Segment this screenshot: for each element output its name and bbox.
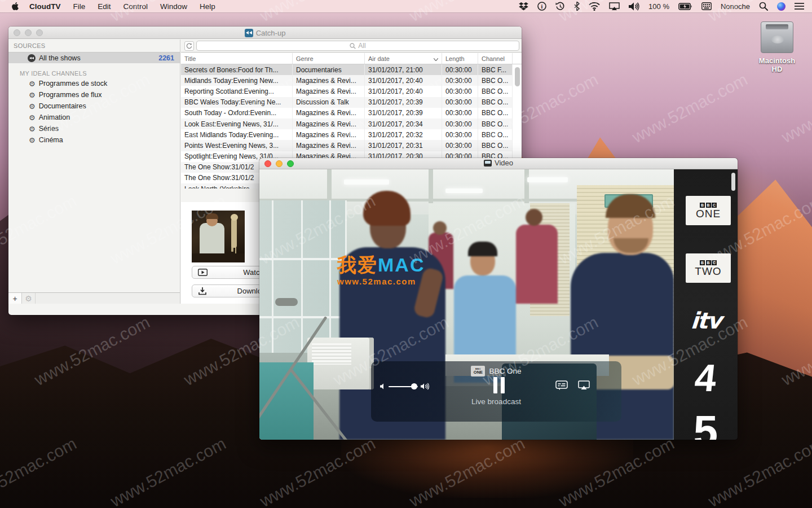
table-cell: Magazines & Revi... [293,129,365,140]
channel-sidebar: BBC ONE BBC TWO itv 4 5 [674,169,738,440]
search-placeholder: All [358,42,365,50]
table-cell: East Midlands Today:Evening... [181,129,293,140]
sidebar-footer: + ⚙ [8,292,180,304]
pause-button[interactable] [493,377,505,393]
sidebar-item-channel[interactable]: ⚙Séries [8,123,180,134]
sort-chevron-icon [434,55,438,62]
column-title[interactable]: Title [181,53,293,64]
menu-window[interactable]: Window [160,2,187,11]
menu-bar: CloudTV File Edit Control Window Help i … [0,0,812,12]
table-cell: Secrets of Bones:Food for Th... [181,64,293,75]
refresh-button[interactable] [184,41,194,51]
menu-help[interactable]: Help [200,2,215,11]
table-cell: 00:30:00 [442,97,478,108]
subtitles-button[interactable] [555,380,568,392]
gear-icon: ⚙ [29,137,36,144]
printer [307,338,374,389]
source-settings-button[interactable]: ⚙ [22,293,36,304]
sidebar-item-channel[interactable]: ⚙Documentaires [8,100,180,112]
macintosh-hd-desktop-icon[interactable]: Macintosh HD [753,21,801,73]
column-channel[interactable]: Channel [478,53,513,64]
table-cell: 31/01/2017, 20:31 [365,140,442,151]
table-cell: BBC O... [478,108,513,119]
table-cell: Magazines & Revi... [293,75,365,86]
volume-icon[interactable] [629,2,639,11]
catchup-titlebar[interactable]: Catch-up [8,27,522,39]
video-window: Video [259,158,738,440]
sidebar-item-channel[interactable]: ⚙Animation [8,112,180,123]
time-machine-icon[interactable] [555,2,565,11]
table-scrollbar[interactable] [515,67,520,86]
table-row[interactable]: Points West:Evening News, 3...Magazines … [181,140,513,151]
dropbox-icon[interactable] [519,2,528,11]
airplay-icon[interactable] [609,2,620,11]
table-row[interactable]: BBC Wales Today:Evening Ne...Discussion … [181,97,513,108]
info-icon[interactable]: i [537,2,546,11]
gear-icon: ⚙ [29,114,36,121]
menu-app-name[interactable]: CloudTV [29,2,61,11]
table-row[interactable]: East Midlands Today:Evening...Magazines … [181,129,513,140]
sidebar-item-channel[interactable]: ⚙Programmes de flux [8,89,180,100]
keyboard-icon[interactable] [701,2,712,10]
menu-edit[interactable]: Edit [98,2,111,11]
column-air-date[interactable]: Air date [365,53,442,64]
menu-control[interactable]: Control [123,2,148,11]
column-genre[interactable]: Genre [293,53,365,64]
table-cell: Look East:Evening News, 31/... [181,119,293,129]
table-cell: 00:30:00 [442,108,478,119]
battery-icon[interactable] [678,3,692,10]
table-row[interactable]: South Today - Oxford:Evenin...Magazines … [181,108,513,119]
table-cell: 31/01/2017, 20:34 [365,119,442,129]
video-titlebar[interactable]: Video [259,158,738,169]
table-row[interactable]: Reporting Scotland:Evening...Magazines &… [181,86,513,97]
notification-center-icon[interactable] [795,2,804,10]
table-cell: Points West:Evening News, 3... [181,140,293,151]
user-name[interactable]: Nonoche [721,2,750,11]
table-cell: 00:30:00 [442,75,478,86]
table-cell: 31/01/2017, 20:39 [365,108,442,119]
channel-four[interactable]: 4 [672,356,738,400]
bluetooth-icon[interactable] [574,2,580,11]
menu-file[interactable]: File [73,2,86,11]
channel-label: Animation [39,113,70,121]
column-length[interactable]: Length [442,53,478,64]
airplay-button[interactable] [578,380,590,392]
sidebar-item-channel[interactable]: ⚙Programmes de stock [8,78,180,89]
all-shows-label: All the shows [39,54,81,62]
sidebar-item-channel[interactable]: ⚙Cinéma [8,134,180,146]
sidebar-item-all-shows[interactable]: All the shows 2261 [8,52,180,63]
table-cell: Midlands Today:Evening New... [181,75,293,86]
bbc-one-word: ONE [696,208,721,219]
volume-slider[interactable] [389,386,418,387]
channel-bbc-two[interactable]: BBC TWO [686,253,731,283]
gear-icon: ⚙ [29,103,36,110]
channel-bbc-one[interactable]: BBC ONE [686,196,731,225]
channel-five[interactable]: 5 [674,405,738,440]
channel-itv[interactable]: itv [673,308,738,334]
table-row[interactable]: Secrets of Bones:Food for Th...Documenta… [181,64,513,75]
sources-header: SOURCES [8,40,180,52]
wifi-icon[interactable] [589,2,600,11]
volume-control[interactable] [380,383,430,390]
search-input[interactable]: All [196,41,519,51]
bbc-two-word: TWO [695,266,721,277]
table-cell: BBC Wales Today:Evening Ne... [181,97,293,108]
add-source-button[interactable]: + [8,293,22,304]
playback-controls-overlay: BBC ONE BBC One Live broadcast [371,361,621,422]
video-player-area[interactable]: 我爱MAC www.52mac.com BBC ONE BBC One [259,169,674,440]
apple-menu[interactable] [11,2,19,11]
table-cell: BBC O... [478,119,513,129]
table-cell: 31/01/2017, 20:40 [365,86,442,97]
siri-icon[interactable] [777,2,785,11]
channel-scrollbar[interactable] [731,173,735,191]
table-row[interactable]: Midlands Today:Evening New...Magazines &… [181,75,513,86]
table-row[interactable]: Look East:Evening News, 31/...Magazines … [181,119,513,129]
catchup-app-icon [245,29,253,37]
spotlight-icon[interactable] [759,2,768,11]
volume-slider-knob[interactable] [411,383,417,389]
table-cell: Magazines & Revi... [293,108,365,119]
play-icon [197,269,208,277]
table-cell: Magazines & Revi... [293,119,365,129]
table-cell: BBC O... [478,140,513,151]
volume-low-icon [380,383,386,389]
